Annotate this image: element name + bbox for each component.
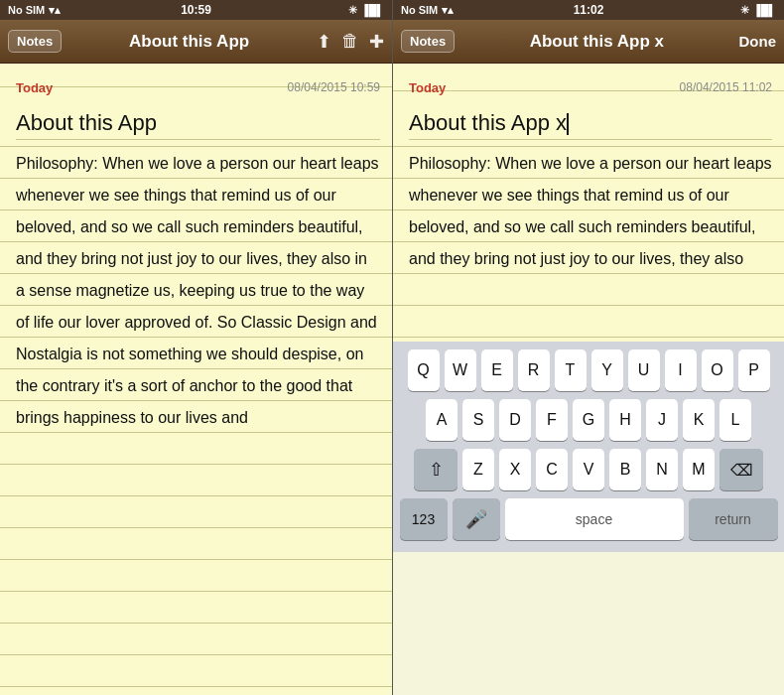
keyboard-row-3: ⇧ Z X C V B N M ⌫ bbox=[397, 449, 780, 490]
nav-left-edit[interactable]: Notes bbox=[401, 30, 455, 53]
key-d[interactable]: D bbox=[499, 399, 531, 441]
note-body-edit: Philosophy: When we love a person our he… bbox=[409, 148, 772, 275]
space-key[interactable]: space bbox=[505, 498, 684, 540]
nav-bar-edit: Notes About this App x Done bbox=[393, 20, 784, 64]
done-button[interactable]: Done bbox=[739, 33, 777, 50]
key-x[interactable]: X bbox=[499, 449, 531, 490]
nav-left-view[interactable]: Notes bbox=[8, 30, 62, 53]
note-date-row-view: Today 08/04/2015 10:59 bbox=[16, 71, 380, 103]
nav-right-edit[interactable]: Done bbox=[739, 33, 777, 50]
key-s[interactable]: S bbox=[462, 399, 494, 441]
key-p[interactable]: P bbox=[738, 349, 770, 391]
text-cursor bbox=[567, 113, 569, 135]
keyboard-row-4: 123 🎤 space return bbox=[397, 498, 780, 540]
back-button-view[interactable]: Notes bbox=[8, 30, 62, 53]
status-right-group-r: ✳ ▐█▌ bbox=[740, 4, 776, 17]
note-title-edit[interactable]: About this App x bbox=[409, 107, 772, 139]
key-a[interactable]: A bbox=[426, 399, 457, 441]
share-icon[interactable]: ⬆ bbox=[317, 31, 331, 53]
status-bar-right: No SIM ▾▴ 11:02 ✳ ▐█▌ bbox=[393, 0, 784, 20]
delete-key[interactable]: ⌫ bbox=[719, 449, 763, 490]
date-full-view: 08/04/2015 10:59 bbox=[288, 80, 380, 94]
key-i[interactable]: I bbox=[665, 349, 697, 391]
add-icon[interactable]: ✚ bbox=[369, 31, 384, 53]
key-y[interactable]: Y bbox=[591, 349, 623, 391]
nav-bar-view: Notes About this App ⬆ 🗑 ✚ bbox=[0, 20, 392, 64]
key-u[interactable]: U bbox=[628, 349, 660, 391]
note-inner-view: Today 08/04/2015 10:59 About this App Ph… bbox=[0, 64, 392, 442]
num-key[interactable]: 123 bbox=[400, 498, 448, 540]
carrier-label: No SIM bbox=[8, 4, 45, 16]
key-f[interactable]: F bbox=[536, 399, 568, 441]
note-body-view: Philosophy: When we love a person our he… bbox=[16, 148, 380, 434]
note-inner-edit: Today 08/04/2015 11:02 About this App x … bbox=[393, 64, 784, 283]
key-r[interactable]: R bbox=[518, 349, 550, 391]
key-j[interactable]: J bbox=[646, 399, 678, 441]
note-title-view: About this App bbox=[16, 107, 380, 139]
key-n[interactable]: N bbox=[646, 449, 678, 490]
wifi-icon: ▾▴ bbox=[49, 4, 61, 17]
key-m[interactable]: M bbox=[683, 449, 715, 490]
trash-icon[interactable]: 🗑 bbox=[341, 31, 359, 52]
key-w[interactable]: W bbox=[445, 349, 476, 391]
bluetooth-icon: ✳ bbox=[348, 4, 357, 17]
status-bar-left: No SIM ▾▴ 10:59 ✳ ▐█▌ bbox=[0, 0, 392, 20]
bluetooth-icon-r: ✳ bbox=[740, 4, 749, 17]
back-button-edit[interactable]: Notes bbox=[401, 30, 455, 53]
key-e[interactable]: E bbox=[481, 349, 513, 391]
note-divider-edit bbox=[409, 139, 772, 140]
key-b[interactable]: B bbox=[609, 449, 641, 490]
screen-edit: No SIM ▾▴ 11:02 ✳ ▐█▌ Notes About this A… bbox=[392, 0, 784, 695]
today-label-view: Today bbox=[16, 80, 53, 95]
key-g[interactable]: G bbox=[573, 399, 604, 441]
return-key[interactable]: return bbox=[689, 498, 778, 540]
key-t[interactable]: T bbox=[555, 349, 587, 391]
key-l[interactable]: L bbox=[719, 399, 751, 441]
key-c[interactable]: C bbox=[536, 449, 568, 490]
wifi-icon-r: ▾▴ bbox=[442, 4, 454, 17]
note-divider-view bbox=[16, 139, 380, 140]
nav-title-edit: About this App x bbox=[455, 32, 738, 52]
status-time: 10:59 bbox=[181, 3, 211, 17]
date-full-edit: 08/04/2015 11:02 bbox=[680, 80, 772, 94]
key-o[interactable]: O bbox=[702, 349, 733, 391]
status-left-group: No SIM ▾▴ bbox=[8, 4, 61, 17]
note-content-edit[interactable]: Today 08/04/2015 11:02 About this App x … bbox=[393, 64, 784, 342]
note-content-view: Today 08/04/2015 10:59 About this App Ph… bbox=[0, 64, 392, 695]
screen-view: No SIM ▾▴ 10:59 ✳ ▐█▌ Notes About this A… bbox=[0, 0, 392, 695]
keyboard-row-1: Q W E R T Y U I O P bbox=[397, 349, 780, 391]
keyboard-row-2: A S D F G H J K L bbox=[397, 399, 780, 441]
mic-key[interactable]: 🎤 bbox=[453, 498, 500, 540]
key-z[interactable]: Z bbox=[462, 449, 494, 490]
key-q[interactable]: Q bbox=[408, 349, 440, 391]
key-h[interactable]: H bbox=[609, 399, 641, 441]
today-label-edit: Today bbox=[409, 80, 446, 95]
battery-icon-r: ▐█▌ bbox=[753, 4, 776, 16]
status-left-group-r: No SIM ▾▴ bbox=[401, 4, 454, 17]
keyboard: Q W E R T Y U I O P A S D F G H J K bbox=[393, 342, 784, 552]
status-right-group: ✳ ▐█▌ bbox=[348, 4, 384, 17]
key-v[interactable]: V bbox=[573, 449, 604, 490]
nav-title-view: About this App bbox=[62, 32, 317, 52]
shift-key[interactable]: ⇧ bbox=[414, 449, 457, 490]
battery-icon: ▐█▌ bbox=[361, 4, 384, 16]
nav-right-view[interactable]: ⬆ 🗑 ✚ bbox=[317, 31, 384, 53]
key-k[interactable]: K bbox=[683, 399, 715, 441]
note-title-text-edit: About this App x bbox=[409, 110, 567, 135]
note-date-row-edit: Today 08/04/2015 11:02 bbox=[409, 71, 772, 103]
status-time-r: 11:02 bbox=[574, 3, 604, 17]
carrier-label-r: No SIM bbox=[401, 4, 438, 16]
